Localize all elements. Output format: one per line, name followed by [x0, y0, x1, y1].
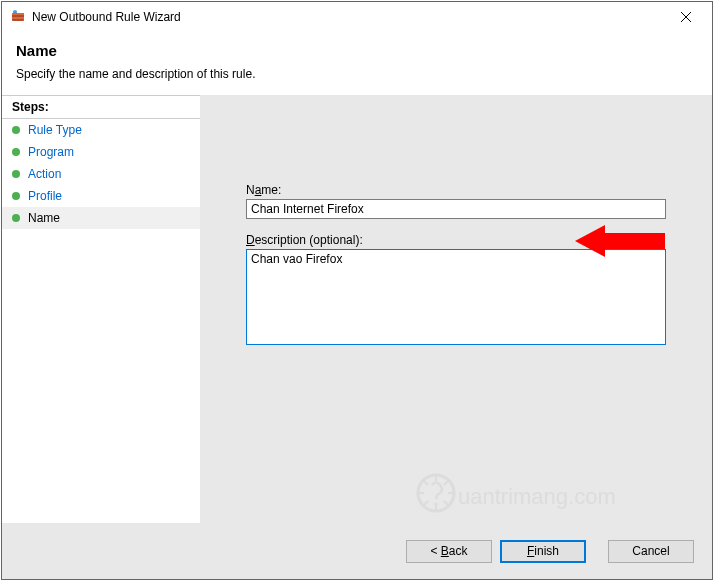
cancel-button[interactable]: Cancel: [608, 540, 694, 563]
wizard-window: New Outbound Rule Wizard Name Specify th…: [1, 1, 713, 580]
bullet-icon: [12, 170, 20, 178]
close-icon: [681, 12, 691, 22]
back-button[interactable]: < Back: [406, 540, 492, 563]
bullet-icon: [12, 126, 20, 134]
wizard-header: Name Specify the name and description of…: [2, 32, 712, 95]
description-label: Description (optional):: [246, 233, 684, 247]
step-profile[interactable]: Profile: [2, 185, 200, 207]
step-rule-type[interactable]: Rule Type: [2, 119, 200, 141]
name-label: Name:: [246, 183, 684, 197]
step-action[interactable]: Action: [2, 163, 200, 185]
step-label: Name: [28, 211, 190, 225]
close-button[interactable]: [664, 3, 708, 31]
bullet-icon: [12, 214, 20, 222]
wizard-body: Steps: Rule Type Program Action Profile …: [2, 95, 712, 523]
step-name[interactable]: Name: [2, 207, 200, 229]
finish-button[interactable]: Finish: [500, 540, 586, 563]
steps-heading: Steps:: [2, 95, 200, 119]
main-panel: Name: Description (optional):: [200, 95, 712, 523]
wizard-footer: < Back Finish Cancel: [2, 523, 712, 579]
bullet-icon: [12, 148, 20, 156]
step-label: Profile: [28, 189, 190, 203]
steps-sidebar: Steps: Rule Type Program Action Profile …: [2, 95, 200, 523]
step-label: Rule Type: [28, 123, 190, 137]
step-label: Program: [28, 145, 190, 159]
page-title: Name: [16, 42, 698, 59]
step-program[interactable]: Program: [2, 141, 200, 163]
page-subtitle: Specify the name and description of this…: [16, 67, 698, 81]
svg-rect-2: [12, 17, 24, 19]
window-title: New Outbound Rule Wizard: [32, 10, 664, 24]
description-input[interactable]: [246, 249, 666, 345]
bullet-icon: [12, 192, 20, 200]
titlebar: New Outbound Rule Wizard: [2, 2, 712, 32]
firewall-icon: [10, 9, 26, 25]
step-label: Action: [28, 167, 190, 181]
name-input[interactable]: [246, 199, 666, 219]
